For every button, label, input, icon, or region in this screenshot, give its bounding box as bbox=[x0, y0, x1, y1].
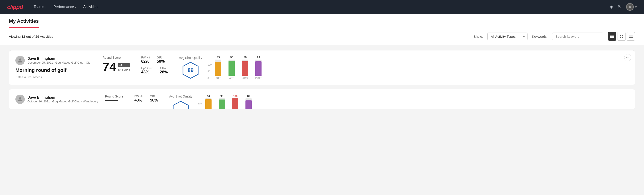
svg-point-12 bbox=[19, 58, 21, 61]
activity-card: ✏ Dave Billingham December 05, 2021 · Go… bbox=[9, 50, 635, 85]
round-score-label: Round Score bbox=[102, 56, 130, 59]
nav-performance[interactable]: Performance ▾ bbox=[54, 5, 76, 9]
svg-rect-7 bbox=[622, 36, 623, 38]
bar-group-arg-2: 106 ARG bbox=[229, 94, 242, 109]
hexagon-wrapper-2: Avg Shot Quality bbox=[169, 94, 192, 109]
user-date: December 05, 2021 · Gog Magog Golf Club … bbox=[28, 61, 90, 64]
bar-value-ott: 85 bbox=[217, 56, 220, 59]
svg-rect-2 bbox=[610, 36, 614, 36]
svg-rect-9 bbox=[629, 36, 632, 36]
bar-chart: 85 OTT 90 bbox=[212, 56, 265, 80]
secondary-stats-2: FW Hit 43% GIR 56% bbox=[134, 94, 158, 103]
svg-rect-1 bbox=[610, 35, 614, 36]
bar-label-arg: ARG bbox=[242, 77, 248, 80]
round-score-label-2: Round Score bbox=[105, 94, 123, 98]
bar-group-arg: 89 ARG bbox=[239, 56, 251, 80]
shot-quality-2: Avg Shot Quality 100 50 0 bbox=[169, 94, 255, 109]
bar-group-putt: 89 PUTT bbox=[252, 56, 265, 80]
bar-fill-arg bbox=[242, 61, 248, 76]
show-label: Show: bbox=[474, 34, 483, 38]
compact-view-button[interactable] bbox=[626, 32, 635, 40]
bar-fill-app-2 bbox=[219, 100, 225, 109]
bar-value-putt: 89 bbox=[257, 56, 260, 59]
bar-chart-2: 94 OTT 93 APP bbox=[202, 94, 255, 109]
bar-container-arg bbox=[242, 60, 248, 76]
gir-label-2: GIR bbox=[150, 94, 158, 98]
bar-group-putt-2: 87 PUTT bbox=[242, 94, 255, 109]
fw-hit: FW Hit 62% bbox=[141, 56, 150, 64]
bar-container-app bbox=[228, 60, 235, 76]
sub-stats-bottom: Up/Down 43% 1 Putt 28% bbox=[141, 66, 168, 74]
score-number: 74 bbox=[102, 61, 116, 73]
activity-title: Morning round of golf bbox=[16, 68, 96, 73]
gir-value-2: 56% bbox=[150, 98, 158, 103]
card-left: Dave Billingham December 05, 2021 · Gog … bbox=[16, 56, 96, 79]
fw-hit-label: FW Hit bbox=[141, 56, 150, 59]
search-input[interactable] bbox=[552, 32, 604, 40]
user-menu[interactable]: ▾ bbox=[626, 3, 637, 11]
view-toggle bbox=[608, 32, 635, 40]
gir-2: GIR 56% bbox=[150, 94, 158, 103]
page-title: My Activities bbox=[9, 14, 39, 28]
hexagon: 89 bbox=[182, 61, 200, 79]
shot-quality-label-2: Avg Shot Quality bbox=[169, 94, 192, 98]
bar-group-app-2: 93 APP bbox=[216, 94, 228, 109]
bar-fill-putt-2 bbox=[246, 100, 252, 109]
refresh-icon[interactable]: ↻ bbox=[618, 4, 622, 10]
gir-value: 50% bbox=[157, 59, 165, 64]
bar-container-app-2 bbox=[219, 98, 225, 109]
bar-value-app-2: 93 bbox=[220, 94, 223, 98]
sub-stats-top: FW Hit 62% GIR 50% bbox=[141, 56, 168, 64]
card-stats-2: Round Score FW Hit 43% GIR 56% Avg bbox=[105, 94, 628, 109]
bar-container-arg-2 bbox=[232, 98, 238, 109]
bar-value-ott-2: 94 bbox=[207, 94, 210, 98]
user-name-2: Dave Billingham bbox=[28, 96, 98, 100]
secondary-stats: FW Hit 62% GIR 50% Up/Down 43% 1 Putt bbox=[141, 56, 168, 74]
avatar bbox=[16, 56, 25, 65]
svg-rect-5 bbox=[622, 35, 623, 36]
activity-type-dropdown[interactable]: All Activity Types bbox=[487, 32, 528, 40]
bar-group-ott-2: 94 OTT bbox=[202, 94, 215, 109]
svg-rect-4 bbox=[620, 35, 621, 36]
user-name: Dave Billingham bbox=[28, 57, 90, 61]
fw-hit-2: FW Hit 43% bbox=[134, 94, 143, 103]
svg-rect-6 bbox=[620, 36, 621, 38]
hexagon-wrapper: Avg Shot Quality 89 bbox=[179, 56, 202, 79]
round-score-block-2: Round Score bbox=[105, 94, 123, 100]
list-view-button[interactable] bbox=[608, 32, 616, 40]
bar-fill-ott-2 bbox=[205, 99, 212, 109]
bar-fill-ott bbox=[215, 62, 221, 76]
filter-bar: Viewing 12 out of 29 Activities Show: Al… bbox=[0, 28, 644, 45]
user-row-2: Dave Billingham October 16, 2021 · Gog M… bbox=[16, 94, 98, 104]
up-down: Up/Down 43% bbox=[141, 66, 153, 74]
one-putt-label: 1 Putt bbox=[160, 66, 168, 70]
user-row: Dave Billingham December 05, 2021 · Gog … bbox=[16, 56, 96, 65]
svg-point-0 bbox=[629, 6, 630, 7]
gir-label: GIR bbox=[157, 56, 165, 59]
user-date-2: October 16, 2021 · Gog Magog Golf Club -… bbox=[28, 100, 98, 103]
nav-activities[interactable]: Activities bbox=[83, 5, 97, 9]
grid-view-button[interactable] bbox=[617, 32, 626, 40]
edit-button[interactable]: ✏ bbox=[624, 54, 631, 61]
keywords-label: Keywords: bbox=[532, 34, 548, 38]
avatar bbox=[626, 3, 634, 11]
bar-container-ott bbox=[215, 60, 221, 76]
data-source: Data Source: Arccos bbox=[16, 76, 96, 79]
svg-point-14 bbox=[19, 97, 21, 100]
card-left-2: Dave Billingham October 16, 2021 · Gog M… bbox=[16, 94, 98, 106]
up-down-value: 43% bbox=[141, 70, 153, 74]
sub-stats-top-2: FW Hit 43% GIR 56% bbox=[134, 94, 158, 103]
svg-marker-15 bbox=[173, 101, 188, 109]
bar-group-app: 90 APP bbox=[226, 56, 238, 80]
navigation: clippd Teams ▾ Performance ▾ Activities … bbox=[0, 0, 644, 14]
bar-label-putt: PUTT bbox=[255, 77, 262, 80]
activity-card-2: Dave Billingham October 16, 2021 · Gog M… bbox=[9, 89, 635, 109]
nav-teams[interactable]: Teams ▾ bbox=[34, 5, 46, 9]
one-putt: 1 Putt 28% bbox=[160, 66, 168, 74]
add-icon[interactable]: ⊕ bbox=[610, 4, 614, 10]
main-content: ✏ Dave Billingham December 05, 2021 · Go… bbox=[0, 45, 644, 118]
fw-hit-value-2: 43% bbox=[134, 98, 143, 103]
bar-container-putt bbox=[255, 60, 262, 76]
bar-fill-app bbox=[228, 61, 235, 76]
chevron-down-icon: ▾ bbox=[635, 5, 637, 9]
